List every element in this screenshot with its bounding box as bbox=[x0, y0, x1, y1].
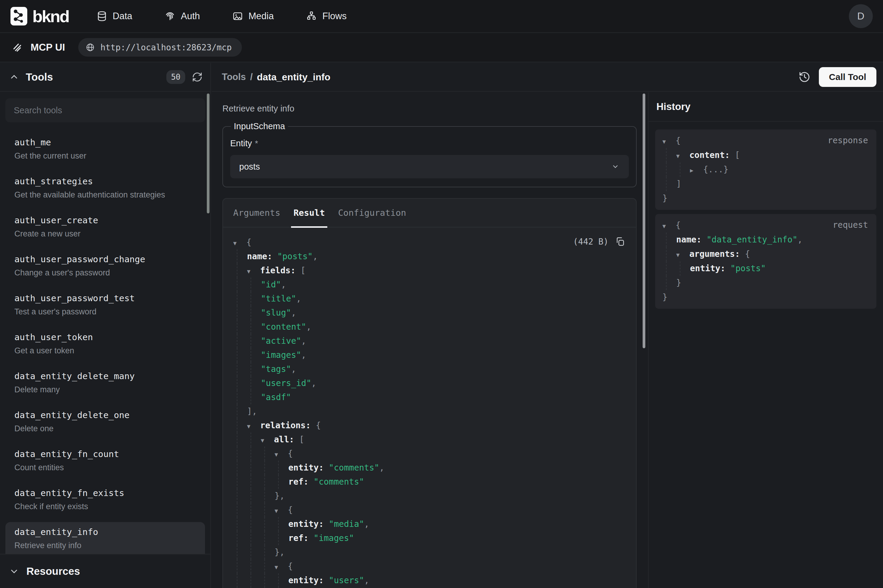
json-line: "tags", bbox=[233, 362, 627, 376]
collapse-triangle-icon[interactable]: ▼ bbox=[261, 434, 274, 447]
tool-list-item[interactable]: auth_user_token Get a user token bbox=[5, 327, 205, 366]
json-string: "title" bbox=[261, 292, 296, 306]
tool-list-item[interactable]: auth_user_password_change Change a user'… bbox=[5, 249, 205, 288]
tab[interactable]: Configuration bbox=[338, 198, 406, 227]
main-nav: Data Auth Media bbox=[96, 11, 347, 22]
tools-section-header[interactable]: Tools 50 bbox=[0, 63, 210, 92]
tool-detail: Retrieve entity info InputSchema Entity*… bbox=[211, 92, 648, 588]
json-punct: , bbox=[301, 348, 306, 362]
collapse-triangle-icon[interactable]: ▼ bbox=[247, 419, 260, 434]
main-scrollbar[interactable] bbox=[643, 93, 645, 348]
collapse-triangle-icon[interactable]: ▼ bbox=[663, 219, 676, 233]
json-line: ], bbox=[233, 404, 627, 418]
call-tool-button[interactable]: Call Tool bbox=[819, 67, 876, 87]
indent-guide bbox=[233, 376, 247, 390]
nav-item-flows[interactable]: Flows bbox=[306, 11, 346, 22]
indent-guide bbox=[233, 447, 247, 460]
refresh-icon bbox=[192, 72, 202, 82]
refresh-tools-button[interactable] bbox=[192, 72, 202, 82]
tool-description: Get the current user bbox=[14, 152, 205, 160]
indent-guide bbox=[261, 460, 274, 475]
json-line: "asdf" bbox=[233, 390, 627, 404]
search-tools-input[interactable] bbox=[5, 98, 205, 122]
nav-item-media[interactable]: Media bbox=[232, 11, 274, 22]
tool-list-item[interactable]: data_entity_delete_one Delete one bbox=[5, 405, 205, 444]
collapse-triangle-icon[interactable]: ▼ bbox=[663, 134, 676, 148]
json-punct: { bbox=[288, 559, 293, 573]
tool-name: data_entity_delete_one bbox=[14, 410, 205, 420]
indent-guide bbox=[233, 362, 247, 376]
resources-section-title: Resources bbox=[26, 565, 80, 577]
history-entry-type: request bbox=[833, 220, 868, 230]
toggle-history-button[interactable] bbox=[799, 71, 811, 83]
sidebar-scrollbar[interactable] bbox=[207, 93, 210, 213]
image-icon bbox=[232, 11, 243, 22]
json-key: content: bbox=[690, 148, 735, 162]
brand-logo[interactable]: bknd bbox=[10, 7, 69, 26]
resources-section-header[interactable]: Resources bbox=[0, 554, 210, 588]
json-punct: { bbox=[288, 503, 293, 517]
collapse-triangle-icon[interactable]: ▼ bbox=[274, 504, 288, 518]
json-line: } bbox=[663, 290, 869, 304]
history-entry-request[interactable]: request ▼{name: "data_entity_info",▼argu… bbox=[655, 214, 876, 309]
json-string: "slug" bbox=[261, 306, 291, 320]
indent-guide bbox=[247, 573, 261, 587]
indent-guide bbox=[233, 432, 247, 447]
tab[interactable]: Arguments bbox=[233, 198, 280, 227]
nav-item-data[interactable]: Data bbox=[96, 11, 132, 22]
tool-description: Get a user token bbox=[14, 346, 205, 356]
tool-list-item[interactable]: auth_user_create Create a new user bbox=[5, 210, 205, 249]
tool-list: auth_me Get the current user auth_strate… bbox=[0, 132, 210, 561]
tool-name: data_entity_info bbox=[14, 527, 205, 537]
tool-list-item[interactable]: auth_me Get the current user bbox=[5, 132, 205, 171]
user-avatar[interactable]: D bbox=[849, 4, 873, 28]
tool-list-item[interactable]: auth_strategies Get the available authen… bbox=[5, 171, 205, 210]
result-meta: (442 B) bbox=[573, 237, 625, 247]
tool-description: Change a user's password bbox=[14, 268, 205, 278]
nav-item-auth[interactable]: Auth bbox=[165, 11, 200, 22]
indent-guide bbox=[233, 334, 247, 348]
indent-guide bbox=[233, 320, 247, 334]
json-key: fields: bbox=[260, 263, 301, 278]
indent-guide bbox=[247, 489, 261, 503]
json-punct: , bbox=[312, 376, 316, 390]
tool-description: Test a user's password bbox=[14, 307, 205, 316]
tool-list-item[interactable]: data_entity_fn_exists Check if entity ex… bbox=[5, 483, 205, 522]
json-punct: } bbox=[663, 290, 667, 304]
json-line: ▼{ bbox=[233, 559, 627, 573]
indent-guide bbox=[233, 292, 247, 306]
tool-list-item[interactable]: auth_user_password_test Test a user's pa… bbox=[5, 288, 205, 327]
indent-guide bbox=[247, 460, 261, 475]
tool-list-item[interactable]: data_entity_delete_many Delete many bbox=[5, 366, 205, 405]
tab[interactable]: Result bbox=[294, 198, 325, 227]
main-header: Tools / data_entity_info Call Tool bbox=[211, 63, 883, 92]
collapse-triangle-icon[interactable]: ▼ bbox=[233, 236, 246, 250]
json-string: "users_id" bbox=[261, 376, 312, 390]
json-string: "images" bbox=[261, 348, 301, 362]
expand-triangle-icon[interactable]: ▶ bbox=[690, 163, 703, 177]
collapse-triangle-icon[interactable]: ▼ bbox=[274, 447, 288, 462]
chevron-down-icon bbox=[9, 566, 19, 576]
breadcrumb-section[interactable]: Tools bbox=[222, 72, 246, 82]
json-string: "users" bbox=[329, 573, 364, 587]
tool-list-item[interactable]: data_entity_fn_count Count entities bbox=[5, 444, 205, 483]
entity-select[interactable]: posts bbox=[230, 155, 629, 178]
collapse-triangle-icon[interactable]: ▼ bbox=[676, 148, 690, 163]
json-line: name: "posts", bbox=[233, 249, 627, 263]
result-size: (442 B) bbox=[573, 237, 609, 247]
collapse-triangle-icon[interactable]: ▼ bbox=[247, 264, 260, 278]
indent-guide bbox=[261, 475, 274, 489]
copy-result-button[interactable] bbox=[615, 237, 625, 247]
indent-guide bbox=[247, 292, 261, 306]
json-punct: , bbox=[313, 249, 318, 263]
indent-guide bbox=[233, 517, 247, 531]
indent-guide bbox=[247, 278, 261, 292]
json-punct: [ bbox=[735, 148, 740, 162]
collapse-triangle-icon[interactable]: ▼ bbox=[676, 248, 690, 262]
collapse-triangle-icon[interactable]: ▼ bbox=[274, 560, 288, 574]
server-url-pill[interactable]: http://localhost:28623/mcp bbox=[78, 38, 242, 57]
indent-guide bbox=[663, 247, 676, 261]
json-punct: } bbox=[676, 276, 681, 290]
json-line: ▼{ bbox=[233, 503, 627, 517]
history-entry-response[interactable]: response ▼{▼content: [▶{...}]} bbox=[655, 129, 876, 210]
